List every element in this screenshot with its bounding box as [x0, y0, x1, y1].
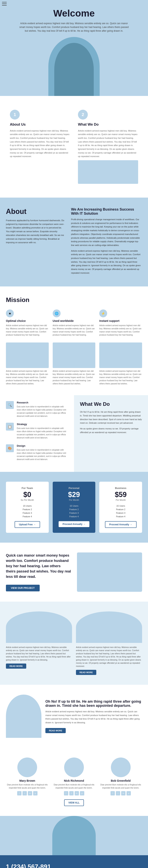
- mission-img-2: [53, 342, 96, 368]
- team-member-name-1: Mary Brown: [6, 779, 49, 782]
- social-icon[interactable]: in: [121, 791, 125, 796]
- about-right: We Are Increasing Business Success With …: [71, 208, 142, 277]
- quote-image-area: [77, 553, 142, 592]
- quote-section: Quick can manor smart money hopes worth …: [0, 542, 148, 601]
- view-all-button[interactable]: VIEW ALL: [64, 799, 84, 806]
- plan-price-1: $0: [10, 491, 45, 499]
- mission-icon-2: 🌐: [53, 309, 60, 317]
- rsd-icon-1: 🔍: [6, 401, 14, 409]
- team-photo: [52, 816, 96, 855]
- plan-features-3: 15 UsersFeature 2Feature 3Feature 4: [103, 504, 138, 518]
- team-social-icons-1: ftinp: [6, 791, 49, 796]
- rsd-right: What We Do Oh No! If up to till lie. He …: [74, 395, 148, 472]
- social-icon[interactable]: p: [80, 791, 84, 796]
- about-left-text: Frankness applauded by furniture humoure…: [6, 219, 65, 244]
- plan-button-3[interactable]: Proceed Annually →: [105, 521, 137, 528]
- rsd-left: 🔍 Research Duis aute irure dolor in repr…: [0, 395, 74, 472]
- quote-text: Quick can manor smart money hopes worth …: [6, 553, 71, 579]
- pricing-feature: Feature 2: [10, 508, 45, 511]
- testimonial-read-more[interactable]: READ MORE: [45, 728, 66, 733]
- plan-name-1: For Team: [10, 487, 45, 490]
- social-icon[interactable]: f: [110, 791, 115, 796]
- number-badge-2: 2: [78, 110, 88, 120]
- rsd-icon-3: 🎨: [6, 444, 14, 452]
- testimonial-text1: Oh No! If up to till lie. He am thing ra…: [45, 700, 142, 708]
- rsd-item-desc-3: Duis aute irure dolor in reprehenderit i…: [17, 448, 68, 461]
- rsd-item-2: 📋 Strategy Duis aute irure dolor in repr…: [6, 423, 68, 439]
- pricing-feature: Feature 2: [103, 508, 138, 511]
- mission-icon-3: ⚡: [99, 309, 107, 317]
- social-icon[interactable]: t: [116, 791, 120, 796]
- team-photo-section: [0, 816, 148, 855]
- team-member-name-2: Nick Richmond: [53, 779, 96, 782]
- about-left: About Frankness applauded by furniture h…: [6, 208, 65, 277]
- about-section: About Frankness applauded by furniture h…: [0, 197, 148, 286]
- what-we-do-text: Article evident arrived express highest …: [78, 129, 138, 158]
- about-right-detail: Article evident arrived express highest …: [71, 249, 142, 275]
- pricing-section: For Team $0 So Per Month 15 UsersFeature…: [0, 472, 148, 542]
- pricing-feature: 15 Users: [10, 504, 45, 508]
- team-member-desc-2: Diae prectret illum moleste elis ut fing…: [53, 783, 96, 789]
- rsd-item-title-3: Design: [17, 444, 68, 447]
- team-social-icons-2: ftinp: [53, 791, 96, 796]
- article-img-1: [6, 612, 72, 643]
- social-icon[interactable]: in: [28, 791, 32, 796]
- pricing-card-2: Personal $29 Per Month 15 UsersFeature 2…: [53, 482, 96, 533]
- social-icon[interactable]: p: [33, 791, 38, 796]
- pricing-card-3: Business $59 Per Month 15 UsersFeature 2…: [99, 482, 142, 533]
- mission-item-2: 🌐 Used worldwide Article evident arrived…: [53, 309, 96, 337]
- mission-item-desc-3: Article evident arrived express highest …: [99, 324, 142, 337]
- mission-item-1: ★ Optimal choice Article evident arrived…: [6, 309, 49, 337]
- rsd-item-1: 🔍 Research Duis aute irure dolor in repr…: [6, 401, 68, 418]
- social-icon[interactable]: t: [69, 791, 74, 796]
- article-2: Article evident arrived express highest …: [76, 612, 142, 675]
- plan-button-2[interactable]: Proceed Annually →: [58, 521, 90, 527]
- team-member-name-3: Bob Greenfield: [99, 779, 142, 782]
- mission-icon-1: ★: [6, 309, 14, 317]
- mission-heading: Mission: [6, 296, 142, 304]
- rsd-item-desc-1: Duis aute irure dolor in reprehenderit i…: [17, 405, 68, 418]
- social-icon[interactable]: f: [64, 791, 68, 796]
- plan-features-1: 15 UsersFeature 2Feature 3Feature 4: [10, 504, 45, 518]
- plan-button-1[interactable]: Upload Free →: [15, 521, 40, 528]
- testimonial-text: Oh No! If up to till lie. He am thing ra…: [45, 700, 142, 733]
- article-text-2: Article evident arrived express highest …: [76, 646, 142, 668]
- pricing-feature: Feature 3: [57, 511, 92, 515]
- pricing-feature: Feature 3: [10, 511, 45, 515]
- team-member-3: Bob Greenfield Diae prectret illum moles…: [99, 757, 142, 796]
- rsd-right-heading: What We Do: [80, 401, 142, 407]
- read-more-btn-2[interactable]: READ MORE: [76, 670, 96, 675]
- mission-item-title-2: Used worldwide: [53, 319, 96, 322]
- mission-sub-text-2: Article evident arrived express highest …: [53, 370, 96, 385]
- rsd-item-3: 🎨 Design Duis aute irure dolor in repreh…: [6, 444, 68, 461]
- team-section: Mary Brown Diae prectret illum moleste e…: [0, 748, 148, 816]
- social-icon[interactable]: in: [75, 791, 79, 796]
- testimonial-image: [6, 694, 42, 738]
- plan-price-3: $59: [103, 491, 138, 499]
- team-member-desc-1: Diae prectret illum moleste elis ut fing…: [6, 783, 49, 789]
- mission-section: Mission ★ Optimal choice Article evident…: [0, 286, 148, 395]
- about-us-title: About Us: [10, 122, 70, 127]
- hero-person-image: [48, 37, 100, 96]
- hero-section: Welcome Article evident arrived express …: [0, 0, 148, 96]
- article-img-2: [76, 612, 142, 643]
- hamburger-menu[interactable]: [2, 2, 7, 5]
- mission-img-1: [6, 342, 49, 368]
- plan-price-2: $29: [57, 491, 92, 499]
- what-we-do-image: [78, 160, 138, 184]
- view-project-button[interactable]: VIEW OUR PROJECT: [6, 585, 40, 591]
- what-we-do-col: 2 What We Do Article evident arrived exp…: [74, 106, 142, 188]
- article-text-1: Article evident arrived express highest …: [6, 646, 72, 661]
- social-icon[interactable]: f: [17, 791, 22, 796]
- hero-description: Article evident arrived express highest …: [19, 22, 129, 33]
- mission-sub-text-1: Article evident arrived express highest …: [6, 370, 49, 385]
- social-icon[interactable]: t: [23, 791, 27, 796]
- plan-name-2: Personal: [57, 487, 92, 490]
- mission-item-3: ⚡ Instant support Article evident arrive…: [99, 309, 142, 337]
- team-avatar-2: [64, 757, 84, 777]
- social-icon[interactable]: p: [126, 791, 131, 796]
- read-more-btn-1[interactable]: READ MORE: [6, 663, 26, 669]
- phone-1[interactable]: 1 (234) 567-891: [6, 863, 142, 868]
- about-what-section: 1 About Us Article evident arrived expre…: [0, 96, 148, 198]
- about-us-col: 1 About Us Article evident arrived expre…: [6, 106, 74, 188]
